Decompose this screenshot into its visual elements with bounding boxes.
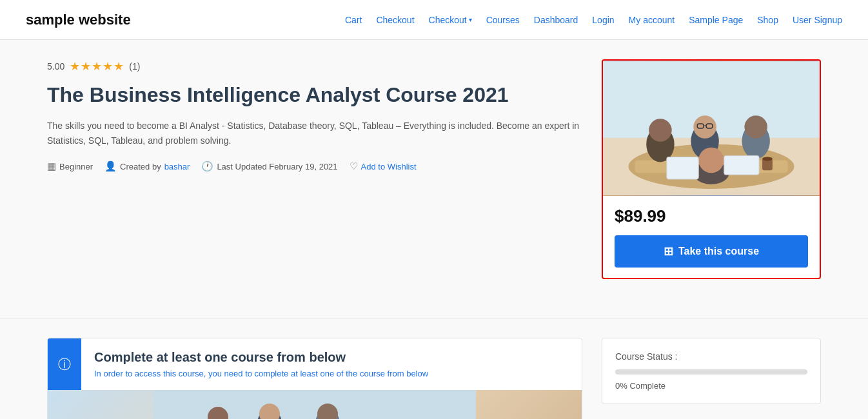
svg-point-13 bbox=[744, 115, 767, 139]
prereq-thumbnail bbox=[48, 390, 582, 419]
site-title: sample website bbox=[26, 12, 131, 28]
course-thumbnail bbox=[603, 61, 820, 196]
chevron-down-icon: ▾ bbox=[469, 16, 472, 23]
nav-checkout[interactable]: Checkout bbox=[376, 15, 414, 25]
course-title: The Business Intelligence Analyst Course… bbox=[47, 83, 582, 107]
clock-icon: 🕐 bbox=[201, 161, 213, 172]
level-icon: ▦ bbox=[47, 161, 56, 172]
status-col: Course Status : 0% Complete bbox=[602, 338, 821, 419]
prereq-header: ⓘ Complete at least one course from belo… bbox=[48, 338, 582, 390]
course-updated: 🕐 Last Updated February 19, 2021 bbox=[201, 161, 337, 172]
course-meta: ▦ Beginner 👤 Created by bashar 🕐 Last Up… bbox=[47, 161, 582, 172]
thumbnail-image bbox=[603, 61, 820, 196]
wishlist-link[interactable]: Add to Wishlist bbox=[361, 162, 417, 171]
star-3: ★ bbox=[92, 59, 102, 73]
status-box: Course Status : 0% Complete bbox=[602, 338, 821, 404]
rating-count: (1) bbox=[129, 61, 140, 72]
nav-shop[interactable]: Shop bbox=[757, 15, 778, 25]
nav-my-account[interactable]: My account bbox=[629, 15, 675, 25]
course-level-text: Beginner bbox=[59, 162, 93, 171]
updated-text: Last Updated February 19, 2021 bbox=[217, 162, 337, 171]
prereq-text-block: Complete at least one course from below … bbox=[81, 340, 441, 389]
course-author: 👤 Created by bashar bbox=[104, 161, 190, 172]
star-4: ★ bbox=[103, 59, 113, 73]
prereq-title: Complete at least one course from below bbox=[94, 350, 428, 365]
prereq-icon-block: ⓘ bbox=[48, 338, 81, 390]
take-course-button[interactable]: ⊞ Take this course bbox=[615, 235, 808, 268]
progress-text: 0% Complete bbox=[615, 381, 807, 391]
svg-rect-16 bbox=[667, 157, 698, 179]
star-1: ★ bbox=[70, 59, 80, 73]
bottom-section: ⓘ Complete at least one course from belo… bbox=[21, 338, 847, 419]
course-card: $89.99 ⊞ Take this course bbox=[602, 59, 821, 279]
rating-row: 5.00 ★ ★ ★ ★ ★ (1) bbox=[47, 59, 582, 73]
svg-point-6 bbox=[649, 119, 672, 142]
svg-rect-17 bbox=[724, 155, 759, 175]
take-course-label: Take this course bbox=[678, 246, 759, 257]
course-card-col: $89.99 ⊞ Take this course bbox=[602, 59, 821, 279]
rating-value: 5.00 bbox=[47, 61, 64, 72]
nav-dashboard[interactable]: Dashboard bbox=[534, 15, 578, 25]
main-nav: Cart Checkout Checkout ▾ Courses Dashboa… bbox=[345, 15, 842, 25]
course-details-col: 5.00 ★ ★ ★ ★ ★ (1) The Business Intellig… bbox=[47, 59, 582, 279]
author-icon: 👤 bbox=[104, 161, 117, 172]
nav-user-signup[interactable]: User Signup bbox=[793, 15, 842, 25]
info-icon: ⓘ bbox=[58, 356, 71, 373]
prerequisite-box: ⓘ Complete at least one course from belo… bbox=[47, 338, 582, 419]
author-link[interactable]: bashar bbox=[164, 162, 190, 171]
course-level: ▦ Beginner bbox=[47, 161, 93, 172]
course-price: $89.99 bbox=[615, 206, 808, 226]
nav-cart[interactable]: Cart bbox=[345, 15, 362, 25]
star-rating: ★ ★ ★ ★ ★ bbox=[70, 59, 124, 73]
main-content: 5.00 ★ ★ ★ ★ ★ (1) The Business Intellig… bbox=[21, 40, 847, 298]
site-header: sample website Cart Checkout Checkout ▾ … bbox=[0, 0, 868, 40]
nav-sample-page[interactable]: Sample Page bbox=[689, 15, 743, 25]
prerequisite-col: ⓘ Complete at least one course from belo… bbox=[47, 338, 582, 419]
nav-checkout-dropdown[interactable]: Checkout ▾ bbox=[429, 15, 472, 25]
wishlist-item: ♡ Add to Wishlist bbox=[350, 161, 417, 172]
course-price-section: $89.99 ⊞ Take this course bbox=[603, 196, 820, 268]
progress-bar-track bbox=[615, 369, 807, 375]
svg-rect-20 bbox=[153, 390, 476, 419]
nav-login[interactable]: Login bbox=[592, 15, 614, 25]
svg-point-15 bbox=[698, 148, 724, 173]
prereq-thumb-image bbox=[48, 390, 582, 419]
svg-point-19 bbox=[762, 157, 773, 161]
nav-courses[interactable]: Courses bbox=[486, 15, 520, 25]
star-5: ★ bbox=[113, 59, 124, 73]
star-2: ★ bbox=[81, 59, 91, 73]
course-description: The skills you need to become a BI Analy… bbox=[47, 119, 582, 148]
enroll-icon: ⊞ bbox=[664, 244, 673, 258]
prereq-subtitle: In order to access this course, you need… bbox=[94, 369, 428, 378]
heart-icon: ♡ bbox=[350, 161, 358, 172]
course-status-label: Course Status : bbox=[615, 351, 807, 362]
section-divider bbox=[0, 318, 868, 318]
